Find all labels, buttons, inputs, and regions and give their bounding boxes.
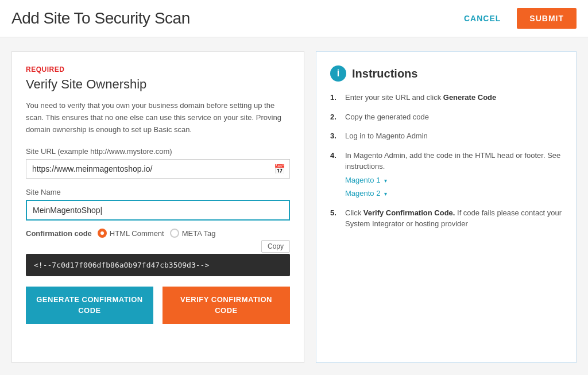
section-title: Verify Site Ownership — [26, 77, 290, 92]
step-5-highlight: Verify Confirmation Code. — [363, 208, 455, 217]
instruction-step-5: Click Verify Confirmation Code. If code … — [330, 207, 562, 230]
main-content: REQUIRED Verify Site Ownership You need … — [0, 37, 588, 375]
site-url-wrapper: 📅 — [26, 159, 290, 179]
html-comment-radio[interactable]: HTML Comment — [98, 229, 164, 238]
description-text: You need to verify that you own your bus… — [26, 100, 290, 136]
instructions-header: i Instructions — [330, 65, 562, 82]
page-title: Add Site To Security Scan — [11, 9, 190, 28]
step-2-content: Copy the generated code — [345, 111, 562, 123]
instruction-step-1: Enter your site URL and click Generate C… — [330, 92, 562, 103]
chevron-down-icon: ▾ — [384, 176, 387, 185]
step-4-content: In Magento Admin, add the code in the HT… — [345, 150, 562, 199]
calendar-icon: 📅 — [274, 164, 285, 175]
right-panel: i Instructions Enter your site URL and c… — [316, 51, 577, 363]
step-3-content: Log in to Magento Admin — [345, 130, 562, 142]
confirmation-row: Confirmation code HTML Comment META Tag — [26, 229, 290, 238]
required-label: REQUIRED — [26, 65, 290, 74]
left-panel: REQUIRED Verify Site Ownership You need … — [11, 51, 304, 363]
copy-button[interactable]: Copy — [261, 240, 290, 253]
site-url-label: Site URL (example http://www.mystore.com… — [26, 147, 290, 156]
info-icon: i — [330, 65, 346, 82]
html-comment-radio-circle — [98, 229, 107, 238]
magento-1-link[interactable]: Magento 1 ▾ — [345, 175, 562, 186]
copy-row: Copy — [26, 240, 290, 253]
meta-tag-label: META Tag — [182, 229, 216, 238]
step-1-content: Enter your site URL and click Generate C… — [345, 92, 562, 103]
site-name-input[interactable] — [26, 200, 290, 221]
confirmation-code-label: Confirmation code — [26, 229, 92, 238]
instruction-step-3: Log in to Magento Admin — [330, 130, 562, 142]
instruction-step-2: Copy the generated code — [330, 111, 562, 123]
meta-tag-radio[interactable]: META Tag — [170, 229, 216, 238]
step-1-highlight: Generate Code — [443, 93, 496, 102]
header-actions: CANCEL SUBMIT — [457, 8, 577, 29]
submit-button[interactable]: SUBMIT — [517, 8, 577, 29]
chevron-down-icon-2: ▾ — [384, 190, 387, 198]
cancel-button[interactable]: CANCEL — [457, 9, 508, 28]
site-name-label: Site Name — [26, 188, 290, 196]
action-buttons: GENERATE CONFIRMATION CODE VERIFY CONFIR… — [26, 287, 290, 323]
generate-confirmation-code-button[interactable]: GENERATE CONFIRMATION CODE — [26, 287, 153, 323]
instruction-step-4: In Magento Admin, add the code in the HT… — [330, 150, 562, 199]
instructions-title: Instructions — [352, 67, 417, 80]
html-comment-label: HTML Comment — [110, 229, 164, 238]
site-url-input[interactable] — [26, 159, 290, 179]
magento-2-link[interactable]: Magento 2 ▾ — [345, 188, 562, 199]
instructions-list: Enter your site URL and click Generate C… — [330, 92, 562, 230]
code-box: <!--7c0d17f006dfb86a0b97fd47cb3509d3--> — [26, 254, 290, 276]
verify-confirmation-code-button[interactable]: VERIFY CONFIRMATION CODE — [163, 287, 290, 323]
page-header: Add Site To Security Scan CANCEL SUBMIT — [0, 0, 588, 37]
meta-tag-radio-circle — [170, 229, 179, 238]
step-5-content: Click Verify Confirmation Code. If code … — [345, 207, 562, 230]
